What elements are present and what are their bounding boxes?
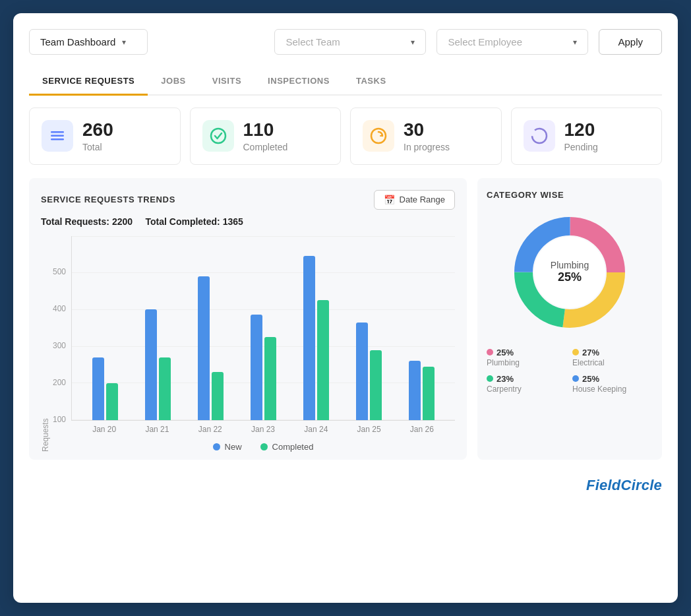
main-card: Team Dashboard ▾ Select Team ▾ Select Em…	[13, 13, 678, 603]
bar-completed	[317, 300, 329, 420]
tab-visits[interactable]: VISITS	[199, 68, 255, 96]
new-legend-dot	[213, 443, 220, 450]
footer: FieldCircle	[29, 472, 662, 494]
bar-group	[290, 256, 343, 420]
stat-completed: 110 Completed	[190, 108, 342, 165]
date-range-label: Date Range	[400, 195, 445, 204]
cat-name: Electrical	[572, 358, 653, 367]
donut-chart: Plumbing 25%	[487, 206, 653, 338]
bar-new	[251, 315, 262, 420]
pending-label: Pending	[564, 142, 598, 152]
category-legend-item: 27% Electrical	[572, 348, 653, 367]
category-title: CATEGORY WISE	[487, 190, 564, 200]
cat-pct: 27%	[572, 348, 653, 357]
pending-number: 120	[564, 120, 598, 140]
completed-number: 110	[243, 120, 288, 140]
y-axis: 500 400 300 200 100	[53, 267, 71, 452]
cat-name: Carpentry	[487, 385, 567, 394]
tab-tasks[interactable]: TASKS	[343, 68, 400, 96]
legend-completed-label: Completed	[272, 442, 314, 452]
cat-dot	[572, 349, 579, 355]
category-legend-item: 23% Carpentry	[487, 374, 567, 394]
bar-group	[343, 323, 396, 420]
legend-new: New	[213, 442, 242, 452]
date-range-button[interactable]: 📅 Date Range	[374, 190, 455, 210]
cat-name: Plumbing	[487, 358, 567, 367]
bar-completed	[212, 372, 224, 420]
inprogress-icon	[363, 120, 394, 152]
inprogress-label: In progress	[404, 142, 450, 152]
x-label: Jan 26	[396, 425, 448, 434]
bar-group	[396, 361, 448, 420]
bar-group	[237, 315, 289, 420]
bar-completed	[264, 337, 276, 420]
main-content: SERVICE REQUESTS TRENDS 📅 Date Range Tot…	[29, 178, 662, 460]
stats-row: 260 Total 110 Completed 30 In progress	[29, 108, 662, 165]
chart-area: Requests 500 400 300 200 100	[41, 236, 455, 452]
stat-pending: 120 Pending	[511, 108, 663, 165]
trends-title: SERVICE REQUESTS TRENDS	[41, 195, 175, 204]
x-label: Jan 22	[184, 425, 237, 434]
tab-inspections[interactable]: INSPECTIONS	[255, 68, 343, 96]
total-requests-value: 2200	[112, 216, 133, 227]
chevron-down-icon: ▾	[573, 38, 577, 47]
bar-new	[409, 361, 421, 420]
bar-new	[356, 323, 368, 420]
tab-jobs[interactable]: JOBS	[148, 68, 198, 96]
bar-completed	[423, 367, 435, 420]
brand-logo: FieldCircle	[586, 477, 662, 494]
bar-completed	[370, 350, 382, 420]
cat-dot	[487, 375, 493, 382]
select-team-placeholder: Select Team	[285, 36, 340, 47]
bar-group	[131, 309, 184, 420]
trends-header: SERVICE REQUESTS TRENDS 📅 Date Range	[41, 190, 455, 210]
svg-point-5	[532, 129, 547, 143]
select-employee-placeholder: Select Employee	[448, 36, 522, 47]
pending-icon	[524, 120, 555, 152]
stat-inprogress: 30 In progress	[350, 108, 502, 165]
svg-point-4	[371, 129, 386, 143]
x-label: Jan 21	[131, 425, 183, 434]
svg-point-10	[534, 237, 605, 308]
cat-name: House Keeping	[572, 385, 653, 394]
x-label: Jan 23	[237, 425, 289, 434]
tabs-bar: SERVICE REQUESTS JOBS VISITS INSPECTIONS…	[29, 68, 662, 96]
cat-pct: 23%	[487, 374, 567, 384]
bar-new	[303, 256, 315, 420]
category-legend-item: 25% Plumbing	[487, 348, 567, 367]
bar-new	[145, 309, 157, 420]
bar-group	[184, 276, 237, 420]
completed-label: Completed	[243, 142, 288, 152]
chevron-down-icon: ▾	[411, 38, 415, 47]
x-labels: Jan 20Jan 21Jan 22Jan 23Jan 24Jan 25Jan …	[71, 421, 455, 434]
chevron-down-icon: ▾	[122, 38, 126, 47]
x-label: Jan 24	[289, 425, 342, 434]
y-axis-label: Requests	[41, 267, 50, 452]
bar-completed	[106, 383, 118, 420]
apply-button[interactable]: Apply	[599, 29, 662, 55]
svg-point-3	[211, 129, 225, 143]
bars-container	[71, 236, 455, 421]
select-team-dropdown[interactable]: Select Team ▾	[274, 29, 426, 55]
tab-service-requests[interactable]: SERVICE REQUESTS	[29, 68, 148, 96]
svg-rect-0	[51, 131, 64, 133]
category-legend-item: 25% House Keeping	[572, 374, 653, 394]
total-requests-label: Total Requests:	[41, 216, 109, 227]
dashboard-label: Team Dashboard	[40, 36, 115, 47]
dashboard-dropdown[interactable]: Team Dashboard ▾	[29, 29, 148, 55]
calendar-icon: 📅	[384, 195, 395, 205]
legend-completed: Completed	[260, 442, 314, 452]
total-number: 260	[82, 120, 113, 140]
svg-rect-1	[51, 135, 64, 137]
total-label: Total	[82, 142, 113, 152]
category-legend: 25% Plumbing 27% Electrical 23% Carpentr…	[487, 348, 653, 394]
x-label: Jan 25	[342, 425, 395, 434]
total-completed-value: 1365	[223, 216, 243, 227]
cat-dot	[572, 375, 579, 382]
select-employee-dropdown[interactable]: Select Employee ▾	[436, 29, 588, 55]
bar-new	[92, 357, 104, 420]
category-header: CATEGORY WISE	[487, 190, 653, 200]
bar-new	[198, 276, 210, 420]
svg-rect-2	[51, 139, 64, 140]
total-icon	[42, 120, 73, 152]
